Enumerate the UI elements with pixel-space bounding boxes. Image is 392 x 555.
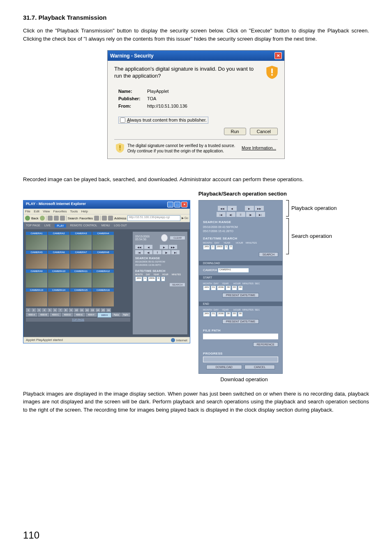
- menu-view[interactable]: View: [43, 210, 50, 213]
- ff-icon[interactable]: ▶▶: [255, 206, 264, 211]
- cam-num[interactable]: 16: [106, 308, 111, 312]
- end-min[interactable]: 00: [232, 312, 237, 317]
- cam-num[interactable]: 15: [101, 308, 106, 312]
- stop-icon[interactable]: [48, 216, 53, 221]
- back-label[interactable]: Back: [31, 216, 39, 220]
- toppage-link[interactable]: TOP PAGE: [26, 318, 130, 322]
- start-year[interactable]: 2006: [217, 286, 225, 290]
- cam-num[interactable]: 7: [58, 308, 63, 312]
- step-back-icon[interactable]: ◀|: [144, 250, 152, 254]
- always-trust-row[interactable]: Always trust content from this publisher…: [118, 117, 208, 124]
- back-icon[interactable]: [25, 216, 30, 221]
- min-select[interactable]: 0: [161, 276, 165, 281]
- tab-toppage[interactable]: TOP PAGE: [26, 224, 40, 228]
- hour-select[interactable]: 1: [224, 245, 228, 250]
- cam-num[interactable]: 4: [42, 308, 47, 312]
- start-day[interactable]: 01: [211, 286, 216, 290]
- skip-end-icon[interactable]: ▶|: [171, 250, 180, 254]
- menu-edit[interactable]: Edit: [34, 210, 39, 213]
- model-btn[interactable]: 4000-A: [26, 313, 37, 317]
- menu-favorites[interactable]: Favorites: [53, 210, 67, 213]
- model-btn[interactable]: 4000-E: [74, 313, 85, 317]
- forward-icon[interactable]: [40, 216, 45, 221]
- skip-start-icon[interactable]: |◀: [135, 250, 143, 254]
- camera-cell[interactable]: CAMERA6: [48, 251, 69, 269]
- cam-num[interactable]: 6: [53, 308, 58, 312]
- ops-search-button[interactable]: SEARCH: [259, 252, 278, 257]
- year-select[interactable]: 2000: [216, 245, 224, 250]
- mail-icon[interactable]: [102, 216, 107, 221]
- play-rev-icon[interactable]: ◀: [228, 206, 237, 211]
- ff-icon[interactable]: ▶▶: [169, 245, 177, 249]
- cam-num[interactable]: 9: [69, 308, 74, 312]
- search-button[interactable]: SEARCH: [170, 283, 185, 286]
- history-icon[interactable]: [94, 216, 99, 221]
- refresh-icon[interactable]: [54, 216, 59, 221]
- model-btn[interactable]: 4000-D: [62, 313, 73, 317]
- cam-num[interactable]: 3: [37, 308, 42, 312]
- search-label[interactable]: Search: [68, 216, 78, 220]
- menu-help[interactable]: Help: [81, 210, 88, 213]
- pgdn-btn[interactable]: PgDn: [121, 313, 130, 317]
- cam-num[interactable]: 8: [63, 308, 68, 312]
- download-button[interactable]: DOWNLOAD: [206, 365, 242, 369]
- skip-end-icon[interactable]: ▶|: [256, 212, 265, 217]
- camera-cell[interactable]: CAMERA4: [92, 232, 114, 250]
- camera-cell[interactable]: CAMERA11: [70, 269, 92, 288]
- end-year[interactable]: 2006: [217, 312, 225, 317]
- model-btn[interactable]: 4000-C: [50, 313, 61, 317]
- cancel-button[interactable]: Cancel: [250, 128, 278, 135]
- camera-cell[interactable]: CAMERA5: [26, 251, 47, 269]
- play-icon[interactable]: ▶: [160, 245, 168, 249]
- hour-select[interactable]: 0: [157, 276, 160, 281]
- camera-cell[interactable]: CAMERA13: [26, 288, 47, 306]
- cam-num[interactable]: 1: [26, 308, 31, 312]
- camera-cell[interactable]: CAMERA2: [48, 232, 69, 250]
- end-hour[interactable]: 00: [226, 312, 231, 317]
- play-rev-icon[interactable]: ◀: [144, 245, 152, 249]
- end-day[interactable]: 01: [211, 312, 216, 317]
- tab-play[interactable]: PLAY: [55, 224, 66, 228]
- camera-cell[interactable]: CAMERA12: [92, 269, 114, 288]
- end-month[interactable]: JAN: [203, 312, 210, 317]
- end-sec[interactable]: 00: [238, 312, 243, 317]
- camera-cell[interactable]: CAMERA14: [48, 288, 69, 306]
- cancel-button[interactable]: CANCEL: [244, 365, 275, 369]
- start-hour[interactable]: 00: [226, 286, 231, 290]
- camera-cell[interactable]: CAMERA15: [70, 288, 92, 306]
- start-month[interactable]: JAN: [203, 286, 210, 290]
- close-icon[interactable]: ✕: [181, 202, 187, 207]
- cam-num[interactable]: 2: [31, 308, 36, 312]
- clear-button[interactable]: CLEAR: [170, 236, 185, 240]
- rewind-icon[interactable]: ◀◀: [135, 245, 143, 249]
- cam-num[interactable]: 11: [79, 308, 84, 312]
- year-select[interactable]: 2006: [148, 276, 156, 281]
- rewind-icon[interactable]: ◀◀: [218, 206, 227, 211]
- menu-bar[interactable]: File Edit View Favorites Tools Help: [23, 209, 190, 214]
- camera-cell[interactable]: CAMERA7: [70, 251, 92, 269]
- cam-num[interactable]: 13: [90, 308, 95, 312]
- camera-cell[interactable]: CAMERA1: [26, 232, 47, 250]
- cam-num[interactable]: 12: [85, 308, 90, 312]
- tab-logout[interactable]: LOG OUT: [114, 224, 127, 228]
- camera-cell[interactable]: CAMERA8: [92, 251, 114, 269]
- day-select[interactable]: 1: [211, 245, 214, 250]
- run-button[interactable]: Run: [224, 128, 246, 135]
- camera-cell[interactable]: CAMERA9: [26, 269, 47, 288]
- camera-cell[interactable]: CAMERA3: [70, 232, 92, 250]
- camera-cell[interactable]: CAMERA10: [48, 269, 69, 288]
- present-datetime-button[interactable]: PRESENT DATE/TIME: [222, 293, 259, 297]
- cam-num[interactable]: 10: [74, 308, 79, 312]
- favorites-label[interactable]: Favorites: [79, 216, 93, 220]
- reference-button[interactable]: REFERENCE: [253, 342, 278, 347]
- skip-start-icon[interactable]: |◀: [217, 212, 226, 217]
- cam-num[interactable]: 14: [95, 308, 100, 312]
- month-select[interactable]: JAN: [135, 276, 142, 281]
- camera-select[interactable]: CAMERA1: [218, 268, 249, 273]
- start-sec[interactable]: 00: [238, 286, 243, 290]
- model-btn-selected[interactable]: 1600-9: [97, 313, 111, 318]
- more-information-link[interactable]: More Information...: [242, 146, 276, 150]
- tab-live[interactable]: LIVE: [44, 224, 51, 228]
- menu-tools[interactable]: Tools: [70, 210, 78, 213]
- cam-num[interactable]: 5: [47, 308, 52, 312]
